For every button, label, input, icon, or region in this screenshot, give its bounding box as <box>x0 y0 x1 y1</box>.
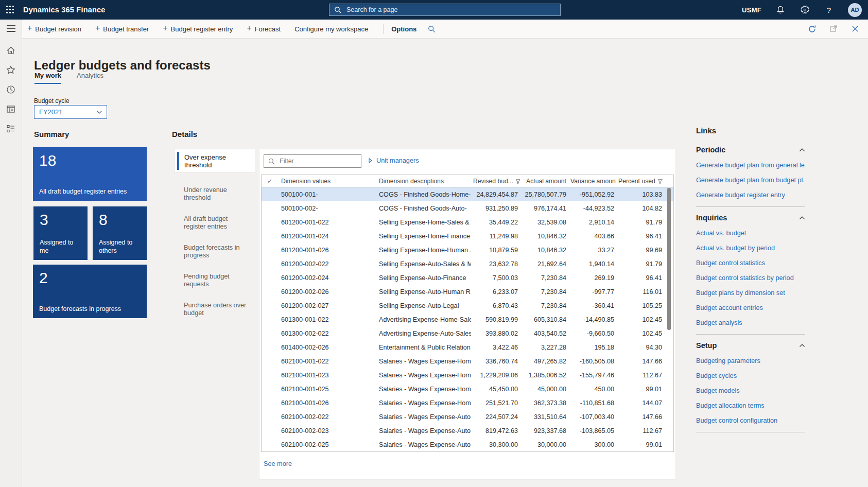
select-all-checkmark-icon[interactable]: ✓ <box>262 178 278 185</box>
open-in-new-window-icon[interactable] <box>829 24 838 33</box>
options-menu-button[interactable]: Options <box>391 25 416 33</box>
table-row[interactable]: 500100-002- COGS - Finished Goods-Auto- … <box>262 201 673 215</box>
new-budget-transfer-button[interactable]: + Budget transfer <box>95 25 149 33</box>
link-item[interactable]: Actual vs. budget <box>696 230 805 237</box>
grid-vertical-scrollbar[interactable] <box>667 188 671 330</box>
table-row[interactable]: 601300-002-022 Advertising Expense-Auto-… <box>262 326 673 340</box>
link-item[interactable]: Budget control statistics <box>696 259 805 267</box>
new-forecast-button[interactable]: + Forecast <box>247 25 281 33</box>
avatar[interactable]: AD <box>848 3 862 17</box>
table-row[interactable]: 601200-001-024 Selling Expense-Home-Fina… <box>262 229 673 243</box>
nav-sidebar <box>0 20 22 487</box>
recent-clock-icon[interactable] <box>6 84 16 95</box>
cell-dimension-values: 602100-001-026 <box>278 399 377 407</box>
cell-revised-budget: 10,879.59 <box>471 247 520 254</box>
col-dimension-values[interactable]: Dimension values <box>278 178 377 185</box>
chevron-up-icon[interactable] <box>799 148 805 152</box>
col-revised-budget[interactable]: Revised bud... <box>471 178 520 185</box>
plus-icon: + <box>27 24 32 32</box>
tile-assigned-to-others[interactable]: 8 Assigned to others <box>93 206 147 260</box>
table-row[interactable]: 601200-002-024 Selling Expense-Auto-Fina… <box>262 271 673 285</box>
table-row[interactable]: 602100-001-025 Salaries - Wages Expense-… <box>262 382 673 396</box>
link-item[interactable]: Generate budget plan from budget pl... <box>696 177 805 184</box>
detail-tab-pending-requests[interactable]: Pending budget requests <box>174 259 255 288</box>
see-more-link[interactable]: See more <box>264 460 292 467</box>
link-item[interactable]: Budget plans by dimension set <box>696 289 805 297</box>
tab-my-work[interactable]: My work <box>34 72 61 84</box>
budget-cycle-combobox[interactable]: FY2021 <box>34 105 107 119</box>
cell-percent-used: 96.41 <box>616 233 664 240</box>
favorites-star-icon[interactable] <box>6 65 16 75</box>
workspaces-icon[interactable] <box>6 104 16 114</box>
detail-tab-list: Under revenue threshold All draft budget… <box>174 173 255 317</box>
app-launcher-waffle-icon[interactable] <box>0 0 21 20</box>
table-row[interactable]: 601200-002-027 Selling Expense-Auto-Lega… <box>262 299 673 312</box>
table-row[interactable]: 601300-001-022 Advertising Expense-Home-… <box>262 312 673 326</box>
notifications-bell-icon[interactable] <box>775 5 786 15</box>
hamburger-menu-icon[interactable] <box>7 25 15 32</box>
unit-managers-expander[interactable]: Unit managers <box>369 157 419 164</box>
link-item[interactable]: Budget control statistics by period <box>696 274 805 282</box>
col-variance-amount[interactable]: Variance amount <box>568 178 616 185</box>
cell-percent-used: 99.69 <box>616 247 664 254</box>
table-row[interactable]: 602100-002-022 Salaries - Wages Expense-… <box>262 410 673 424</box>
detail-tab-budget-forecasts[interactable]: Budget forecasts in progress <box>174 231 255 259</box>
new-budget-register-entry-button[interactable]: + Budget register entry <box>163 25 233 33</box>
table-row[interactable]: 601400-002-026 Entertainment & Public Re… <box>262 340 673 354</box>
tile-label: All draft budget register entries <box>39 187 141 196</box>
table-row[interactable]: 601200-001-022 Selling Expense-Home-Sale… <box>262 215 673 229</box>
link-item[interactable]: Budget cycles <box>696 372 805 379</box>
filter-funnel-icon[interactable] <box>515 179 520 184</box>
link-item[interactable]: Generate budget plan from general le... <box>696 162 805 169</box>
grid-filter[interactable] <box>264 154 361 168</box>
chevron-up-icon[interactable] <box>799 343 805 347</box>
link-item[interactable]: Budget analysis <box>696 319 805 326</box>
modules-list-icon[interactable] <box>6 124 16 134</box>
global-search-input[interactable] <box>345 6 555 14</box>
table-row[interactable]: 602100-001-022 Salaries - Wages Expense-… <box>262 354 673 368</box>
company-selector[interactable]: USMF <box>742 6 761 14</box>
table-row[interactable]: 602100-002-023 Salaries - Wages Expense-… <box>262 424 673 438</box>
col-actual-amount[interactable]: Actual amount <box>520 178 568 185</box>
configure-workspace-button[interactable]: Configure my workspace <box>294 25 368 33</box>
tile-all-draft-entries[interactable]: 18 All draft budget register entries <box>33 147 147 201</box>
new-budget-revision-button[interactable]: + Budget revision <box>27 25 81 33</box>
refresh-icon[interactable] <box>807 24 817 33</box>
grid-filter-input[interactable] <box>279 157 357 165</box>
link-item[interactable]: Budget allocation terms <box>696 402 805 409</box>
tile-budget-forecasts[interactable]: 2 Budget forecasts in progress <box>33 265 147 318</box>
tile-assigned-to-me[interactable]: 3 Assigned to me <box>33 206 88 260</box>
link-item[interactable]: Budget control configuration <box>696 417 805 424</box>
cell-dimension-values: 601200-002-026 <box>278 288 377 295</box>
detail-tab-all-draft-entries[interactable]: All draft budget register entries <box>174 202 255 231</box>
link-item[interactable]: Generate budget register entry <box>696 192 805 199</box>
table-row[interactable]: 601200-001-026 Selling Expense-Home-Huma… <box>262 243 673 257</box>
settings-gear-icon[interactable] <box>800 5 810 15</box>
col-percent-used[interactable]: Percent used <box>616 178 664 185</box>
link-item[interactable]: Budget models <box>696 387 805 394</box>
detail-tab-purchase-orders[interactable]: Purchase orders over budget <box>174 288 255 317</box>
table-row[interactable]: 500100-001- COGS - Finished Goods-Home- … <box>262 187 673 201</box>
chevron-up-icon[interactable] <box>799 216 805 220</box>
tab-analytics[interactable]: Analytics <box>77 72 103 84</box>
detail-tab-over-expense-threshold[interactable]: Over expense threshold <box>174 149 255 173</box>
table-row[interactable]: 601200-002-022 Selling Expense-Auto-Sale… <box>262 257 673 271</box>
cell-revised-budget: 1,229,209.06 <box>471 372 520 379</box>
col-dimension-descriptions[interactable]: Dimension descriptions <box>377 178 471 185</box>
home-icon[interactable] <box>6 45 16 56</box>
table-row[interactable]: 602100-002-025 Salaries - Wages Expense-… <box>262 438 673 451</box>
table-row[interactable]: 601200-002-026 Selling Expense-Auto-Huma… <box>262 285 673 299</box>
table-row[interactable]: 602100-001-026 Salaries - Wages Expense-… <box>262 396 673 410</box>
detail-tab-under-revenue-threshold[interactable]: Under revenue threshold <box>174 173 255 202</box>
filter-funnel-icon[interactable] <box>657 179 663 184</box>
action-search-icon[interactable] <box>428 25 436 33</box>
link-item[interactable]: Budgeting parameters <box>696 357 805 364</box>
table-row[interactable]: 602100-001-023 Salaries - Wages Expense-… <box>262 368 673 382</box>
link-item[interactable]: Actual vs. budget by period <box>696 245 805 252</box>
cell-actual-amount: 976,174.41 <box>520 205 568 212</box>
cell-variance-amount: -110,851.68 <box>568 399 616 407</box>
close-icon[interactable] <box>850 24 860 33</box>
link-item[interactable]: Budget account entries <box>696 304 805 311</box>
help-icon[interactable]: ? <box>824 5 834 15</box>
global-search[interactable] <box>329 4 561 16</box>
